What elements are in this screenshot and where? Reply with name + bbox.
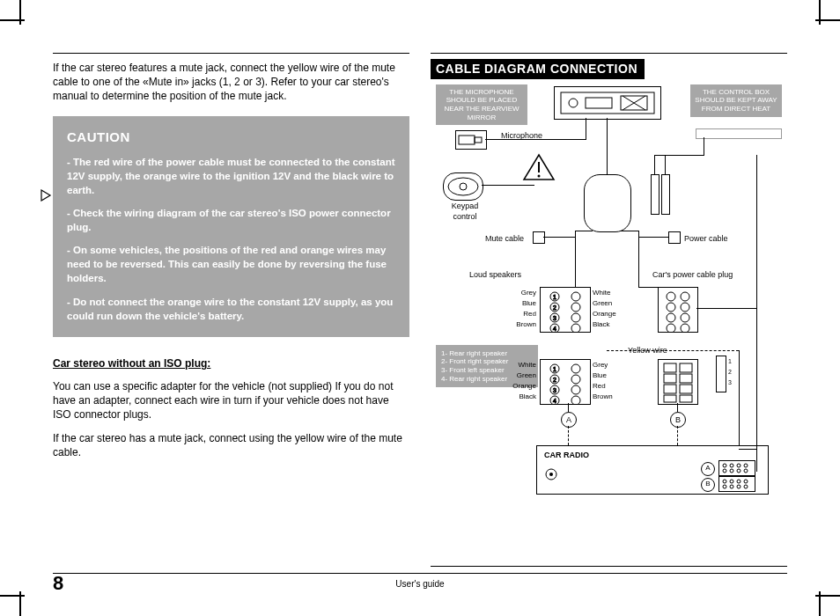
svg-rect-7 [475,137,482,143]
svg-point-56 [730,464,733,467]
caution-item: - On some vehicles, the positions of the… [67,243,395,285]
svg-rect-50 [680,374,692,383]
svg-text:2: 2 [553,377,556,383]
caution-item: - Check the wiring diagram of the car st… [67,206,395,234]
svg-point-60 [730,469,733,473]
svg-point-24 [571,324,580,332]
svg-point-29 [681,292,689,301]
svg-rect-51 [680,385,692,393]
decorative-box [696,128,782,139]
wire [575,262,576,287]
pin-label: Blue [593,371,607,381]
crop-mark [815,595,840,597]
wire [654,155,655,174]
pin-label: Green [501,371,536,381]
warning-icon [522,153,556,187]
column-rule [431,53,787,54]
iso-port [718,476,755,492]
left-column: If the car stereo features a mute jack, … [53,53,409,572]
svg-point-22 [571,303,580,312]
mute-num: 1 [728,357,732,365]
svg-rect-45 [664,363,676,372]
svg-text:4: 4 [553,326,556,332]
label-car-radio: CAR RADIO [544,450,589,460]
page-number: 8 [53,572,63,595]
svg-point-32 [681,324,689,332]
connector-a: 1 2 3 4 [540,287,591,333]
port-a: A [701,462,715,476]
pin-label: Green [593,299,612,309]
right-column: CABLE DIAGRAM CONNECTION THE MICROPHONE … [431,53,787,572]
pin-label: Black [593,320,610,330]
caution-box: CAUTION - The red wire of the power cabl… [53,116,409,337]
wire [586,118,586,140]
pin-label: Red [593,382,606,392]
svg-point-30 [681,303,689,312]
wire [756,155,757,472]
svg-text:4: 4 [553,398,556,404]
wire [677,403,678,412]
page: If the car stereo features a mute jack, … [0,0,840,616]
section-title: CABLE DIAGRAM CONNECTION [431,59,645,79]
svg-point-58 [744,464,748,467]
svg-text:1: 1 [553,294,556,300]
note-control-box: THE CONTROL BOX SHOULD BE KEPT AWAY FROM… [690,84,782,117]
note-microphone: THE MICROPHONE SHOULD BE PLACED NEAR THE… [436,84,527,125]
svg-point-69 [737,485,741,488]
svg-rect-48 [664,395,676,402]
caution-title: CAUTION [67,128,395,146]
pin-label: White [501,361,536,370]
svg-point-43 [571,385,580,394]
svg-point-27 [667,313,675,322]
svg-point-67 [723,485,726,488]
svg-rect-47 [664,385,676,393]
pin-label: Black [501,392,536,402]
wire [696,308,756,309]
svg-rect-49 [680,363,692,372]
wire [575,231,576,262]
svg-point-12 [538,174,541,177]
svg-point-23 [571,313,580,322]
svg-point-25 [667,292,675,301]
wire [543,237,575,238]
svg-point-66 [744,480,748,483]
footer-guide-label: User's guide [395,579,444,589]
control-box-icon [554,86,661,120]
wire [654,155,704,156]
svg-rect-46 [664,374,676,383]
crop-mark [0,595,25,597]
svg-point-59 [723,469,726,473]
svg-text:2: 2 [553,304,556,311]
dial-icon [544,467,558,481]
connector-lower-a: 1 2 3 4 [540,359,591,405]
mute-jack-icon [533,231,545,244]
mute-num: 2 [728,368,732,376]
svg-point-54 [549,473,553,476]
pin-label: Brown [505,320,536,330]
crop-mark [0,19,25,21]
svg-point-70 [744,485,748,488]
wire [704,137,704,156]
svg-point-61 [737,469,741,473]
svg-point-65 [737,480,741,483]
arrow-right-icon [41,189,53,202]
iso-port [718,460,755,476]
content-spread: If the car stereo features a mute jack, … [53,53,787,572]
pin-label: Orange [501,382,536,392]
svg-point-28 [667,324,675,332]
wire-dashed [568,426,570,445]
splitter-icon [584,174,631,232]
label-mute-cable: Mute cable [485,233,524,244]
caution-item: - The red wire of the power cable must b… [67,155,395,197]
svg-point-63 [723,480,726,483]
legend-item: 1- Rear right speaker [441,349,533,358]
svg-point-57 [737,464,741,467]
svg-text:3: 3 [553,315,556,321]
wire [739,350,740,449]
connector-b [658,287,698,333]
svg-point-8 [448,178,478,195]
svg-point-62 [744,469,748,473]
svg-rect-52 [680,395,692,402]
wire [568,403,569,412]
svg-rect-2 [586,98,612,108]
